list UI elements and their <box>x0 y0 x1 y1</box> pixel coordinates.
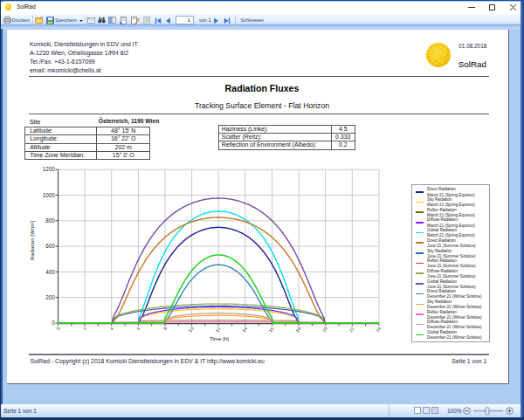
svg-text:12: 12 <box>214 326 221 333</box>
svg-text:Radiation [W/m²]: Radiation [W/m²] <box>29 221 35 261</box>
svg-text:400: 400 <box>45 269 55 275</box>
svg-text:200: 200 <box>45 294 55 300</box>
svg-text:6: 6 <box>135 326 141 331</box>
svg-text:800: 800 <box>45 217 55 224</box>
svg-text:600: 600 <box>45 243 55 249</box>
svg-text:24: 24 <box>375 326 382 333</box>
svg-text:18: 18 <box>294 326 301 333</box>
svg-text:20: 20 <box>321 326 328 333</box>
svg-text:10: 10 <box>188 326 195 333</box>
svg-text:0: 0 <box>52 320 55 326</box>
svg-text:0: 0 <box>55 326 61 331</box>
svg-text:2: 2 <box>82 326 88 331</box>
svg-text:22: 22 <box>348 326 355 333</box>
svg-text:1000: 1000 <box>43 192 56 198</box>
svg-text:Time [h]: Time [h] <box>210 335 229 341</box>
svg-text:14: 14 <box>241 326 248 333</box>
svg-text:16: 16 <box>268 326 275 333</box>
svg-text:1200: 1200 <box>43 166 56 172</box>
svg-text:4: 4 <box>108 326 114 331</box>
svg-text:8: 8 <box>162 326 169 331</box>
